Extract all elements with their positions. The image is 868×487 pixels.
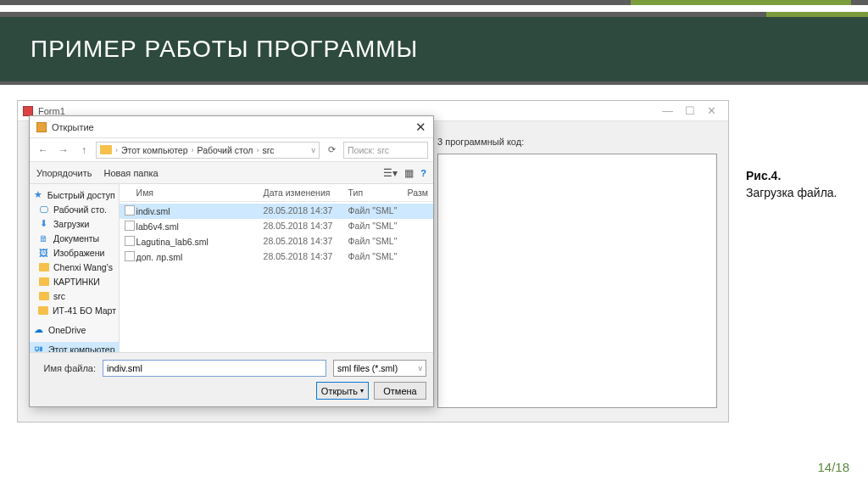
cancel-button[interactable]: Отмена [374,382,426,400]
file-list-header: Имя Дата изменения Тип Разм [120,184,433,202]
minimize-icon[interactable]: — [662,104,673,117]
sidebar-onedrive[interactable]: ☁OneDrive [30,322,119,337]
search-placeholder: Поиск: src [348,145,389,155]
dialog-icon [36,122,47,132]
dialog-close-icon[interactable]: ✕ [415,120,426,135]
breadcrumb-p1[interactable]: Рабочий стол [198,145,253,155]
open-button[interactable]: Открыть ▾ [316,382,369,400]
sidebar-desktop[interactable]: 🖵Рабочий сто. [30,202,119,216]
sidebar-src[interactable]: src [30,288,119,303]
app-icon [23,106,33,116]
sidebar-downloads[interactable]: ⬇Загрузки [30,216,119,231]
newfolder-button[interactable]: Новая папка [103,168,158,178]
filename-input[interactable] [103,360,326,377]
sidebar-quick-access[interactable]: ★Быстрый доступ [30,188,119,202]
col-date[interactable]: Дата изменения [264,188,348,198]
nav-forward-icon[interactable]: → [55,142,72,159]
sidebar-images[interactable]: 🖼Изображени [30,245,119,260]
page-number: 14/18 [817,460,849,474]
breadcrumb-dropdown-icon[interactable]: v [312,146,316,154]
col-size[interactable]: Разм [408,188,428,198]
file-row[interactable]: indiv.sml 28.05.2018 14:37 Файл "SML" [120,204,433,219]
col-type[interactable]: Тип [348,188,408,198]
file-icon [125,205,135,216]
maximize-icon[interactable]: ☐ [685,104,695,117]
sidebar-thispc[interactable]: 🖳Этот компьютер [30,342,119,352]
sidebar-it41[interactable]: ИТ-41 БО Март [30,303,119,317]
nav-back-icon[interactable]: ← [35,142,52,159]
file-row[interactable]: доп. лр.sml 28.05.2018 14:37 Файл "SML" [120,249,433,265]
file-row[interactable]: Lagutina_lab6.sml 28.05.2018 14:37 Файл … [120,234,433,249]
refresh-icon[interactable]: ⟳ [323,144,340,155]
details-icon[interactable]: ▦ [404,167,414,179]
close-icon[interactable]: ✕ [707,104,716,117]
sidebar-chenxi[interactable]: Chenxi Wang's [30,260,119,274]
code-label: 3 программный код: [437,137,524,147]
breadcrumb[interactable]: › Этот компьютер › Рабочий стол › src v [96,142,320,159]
help-icon[interactable]: ? [420,168,426,178]
figure-caption: Рис.4. Загрузка файла. [746,168,837,201]
decorative-stripe-2 [0,12,868,17]
sidebar-documents[interactable]: 🗎Документы [30,231,119,245]
code-textarea[interactable] [437,154,717,408]
folder-icon [100,145,112,154]
navigation-sidebar: ★Быстрый доступ 🖵Рабочий сто. ⬇Загрузки … [30,184,120,352]
view-icon[interactable]: ☰▾ [383,167,398,179]
breadcrumb-p2[interactable]: src [262,145,274,155]
breadcrumb-root[interactable]: Этот компьютер [121,145,188,155]
file-icon [125,251,135,261]
sidebar-kaptuhku[interactable]: КАРТИНКИ [30,274,119,288]
file-icon [125,221,135,231]
form1-title: Form1 [38,106,65,116]
col-name[interactable]: Имя [136,188,264,198]
file-icon [125,236,135,246]
open-file-dialog: Открытие ✕ ← → ↑ › Этот компьютер › Рабо… [29,115,434,407]
filename-label: Имя файла: [36,363,96,373]
decorative-stripe [0,0,868,5]
file-list: indiv.sml 28.05.2018 14:37 Файл "SML" la… [120,202,433,352]
dialog-title: Открытие [52,122,94,132]
organize-button[interactable]: Упорядочить [36,168,92,178]
filetype-filter[interactable]: sml files (*.sml)v [333,360,426,377]
file-row[interactable]: lab6v4.sml 28.05.2018 14:37 Файл "SML" [120,219,433,234]
slide-title: ПРИМЕР РАБОТЫ ПРОГРАММЫ [0,17,868,85]
search-input[interactable]: Поиск: src [343,142,428,159]
nav-up-icon[interactable]: ↑ [75,142,92,159]
